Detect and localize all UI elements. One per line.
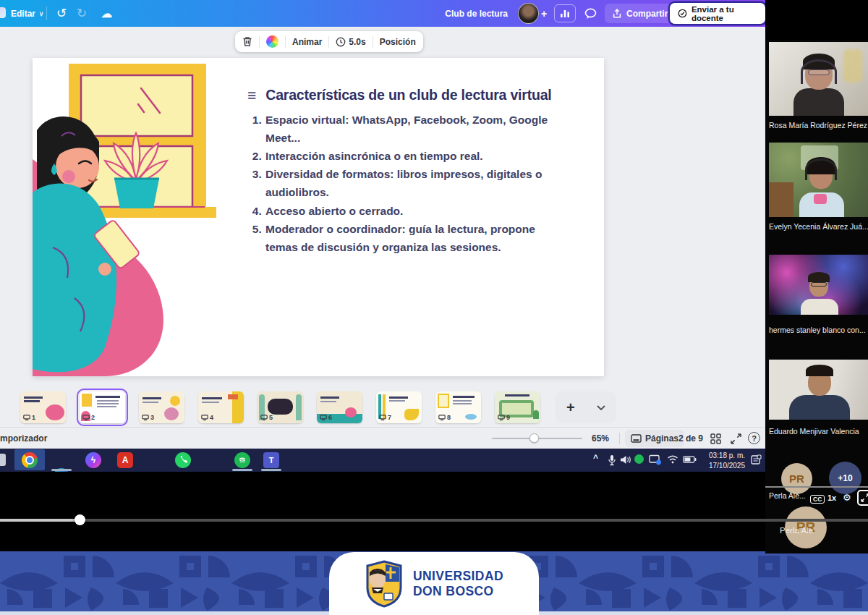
thumb-art [95, 396, 120, 398]
glasses [811, 282, 827, 287]
participant-video-hermes[interactable] [769, 255, 868, 315]
participants-panel: Rosa María Rodríguez Pérez Evelyn Yeceni… [765, 40, 868, 554]
notification-center-icon[interactable] [751, 454, 762, 465]
spotify-icon[interactable] [234, 452, 250, 468]
participant-name: Perla Ale... [769, 491, 812, 500]
messenger-icon[interactable]: ϟ [85, 452, 101, 468]
temporizador-label[interactable]: mporizador [0, 433, 47, 444]
thumb-art [345, 407, 357, 417]
expand-pages-chevron-icon[interactable] [597, 405, 605, 410]
slide-thumbnail-4[interactable]: 4 [198, 391, 244, 423]
university-logo-card: UNIVERSIDAD DON BOSCO [329, 552, 539, 615]
zoom-slider-handle[interactable] [529, 433, 539, 443]
slide-canvas[interactable]: ≡ Características de un club de lectura … [33, 58, 604, 376]
avatar[interactable] [518, 3, 539, 24]
thumb-art [228, 394, 238, 399]
posicion-button[interactable]: Posición [380, 37, 416, 47]
playback-speed-button[interactable]: 1x [827, 493, 836, 502]
fullscreen-icon[interactable] [731, 433, 741, 444]
comments-button[interactable] [580, 4, 600, 22]
thumb-art [296, 394, 302, 420]
slide-thumbnail-2-selected[interactable]: 2 [80, 391, 125, 423]
thumb-art [202, 402, 219, 403]
windows-taskbar: ϟ A T ^ 03:18 p. m. 17/10/2025 [0, 449, 765, 472]
battery-icon[interactable] [683, 456, 697, 463]
slide-list[interactable]: Espacio virtual: WhatsApp, Facebook, Zoo… [247, 111, 569, 256]
help-button[interactable]: ? [748, 432, 760, 444]
thumb-art [453, 403, 472, 404]
inner-video-progress[interactable] [765, 486, 868, 488]
redo-button[interactable]: ↻ [77, 0, 87, 27]
zoom-level[interactable]: 65% [592, 433, 609, 444]
gear-icon: ⚙ [843, 492, 851, 503]
fullscreen-button[interactable] [857, 490, 868, 506]
slide-thumbnail-3[interactable]: 3 [139, 391, 184, 423]
add-collaborator-button[interactable]: + [541, 0, 547, 27]
enviar-docente-button[interactable]: Enviar a tu docente [670, 3, 765, 24]
speaker-icon[interactable] [620, 455, 631, 465]
microphone-icon[interactable] [607, 454, 617, 466]
video-progress-bar[interactable] [0, 519, 868, 522]
settings-button[interactable]: ⚙ [843, 492, 851, 503]
chrome-icon[interactable] [22, 452, 38, 468]
university-line1: UNIVERSIDAD [413, 569, 503, 584]
reading-illustration[interactable] [33, 58, 242, 376]
menu-icon: ≡ [247, 88, 256, 103]
taskbar-partial-icon[interactable] [0, 454, 6, 466]
undo-button[interactable]: ↺ [56, 0, 67, 27]
duration-button[interactable]: 5.0s [336, 37, 365, 47]
list-item: Interacción asincrónica o en tiempo real… [265, 147, 569, 165]
teams-icon[interactable]: T [263, 452, 279, 468]
whatsapp-icon[interactable] [175, 452, 191, 468]
compartir-button[interactable]: Compartir [605, 4, 675, 23]
zoom-slider[interactable] [492, 438, 582, 439]
headset-band [805, 158, 837, 180]
editar-label: Editar [11, 9, 35, 19]
paginas-button[interactable]: Páginas [625, 430, 684, 447]
display-share-icon[interactable] [649, 454, 662, 465]
slide-thumbnail-1[interactable]: 1 [20, 391, 66, 423]
participant-video-rosa[interactable] [769, 42, 868, 116]
acrobat-icon[interactable]: A [117, 452, 133, 468]
thumb-art [97, 403, 119, 404]
undo-icon: ↺ [56, 6, 67, 21]
design-title[interactable]: Club de lectura [434, 0, 508, 27]
video-playhead[interactable] [75, 514, 85, 525]
overflow-participants-badge[interactable]: +10 [829, 462, 861, 494]
cloud-icon: ☁ [101, 7, 112, 20]
cc-button[interactable]: CC [810, 495, 825, 504]
cloud-saved-button[interactable]: ☁ [101, 0, 112, 27]
thumb-art [465, 414, 477, 420]
thumb-art [389, 400, 405, 402]
open-app-indicator [232, 469, 252, 471]
slide-thumbnail-7[interactable]: 7 [376, 391, 422, 423]
shared-screen-canva: Editar ∨ ↺ ↻ ☁ Club de lectura + Compart… [0, 0, 765, 472]
add-page-button[interactable]: + [566, 399, 575, 416]
spotify-tray-icon[interactable] [634, 454, 644, 464]
tray-chevron-icon[interactable]: ^ [593, 453, 598, 463]
canva-home-icon[interactable] [0, 7, 6, 18]
slide-title-row[interactable]: ≡ Características de un club de lectura … [247, 87, 569, 103]
share-icon [612, 9, 622, 19]
animar-button[interactable]: Animar [292, 37, 322, 47]
phone-glyph [179, 456, 187, 465]
slide-thumbnail-5[interactable]: 5 [258, 391, 303, 423]
slide-timer-icon [82, 415, 90, 420]
editar-menu[interactable]: Editar ∨ [11, 0, 44, 27]
slide-thumbnail-6[interactable]: 6 [317, 391, 362, 423]
slide-thumbnail-8[interactable]: 8 [435, 391, 481, 423]
color-wheel-icon[interactable] [266, 35, 278, 48]
participant-video-evelyn[interactable] [769, 143, 868, 217]
slide-thumbnail-9[interactable]: 9 [495, 391, 540, 423]
clock-tray[interactable]: 03:18 p. m. 17/10/2025 [699, 451, 745, 470]
insights-button[interactable] [554, 4, 576, 22]
thumb-art [389, 396, 408, 399]
avatar-perla[interactable]: PR [781, 463, 812, 494]
wifi-icon[interactable] [667, 454, 678, 464]
thumb-art [453, 396, 475, 398]
grid-view-icon[interactable] [710, 433, 721, 444]
delete-icon[interactable] [242, 36, 252, 47]
video-bg-blur [843, 49, 862, 82]
participant-video-eduardo[interactable] [769, 360, 868, 420]
slide-text-block[interactable]: ≡ Características de un club de lectura … [247, 87, 569, 256]
